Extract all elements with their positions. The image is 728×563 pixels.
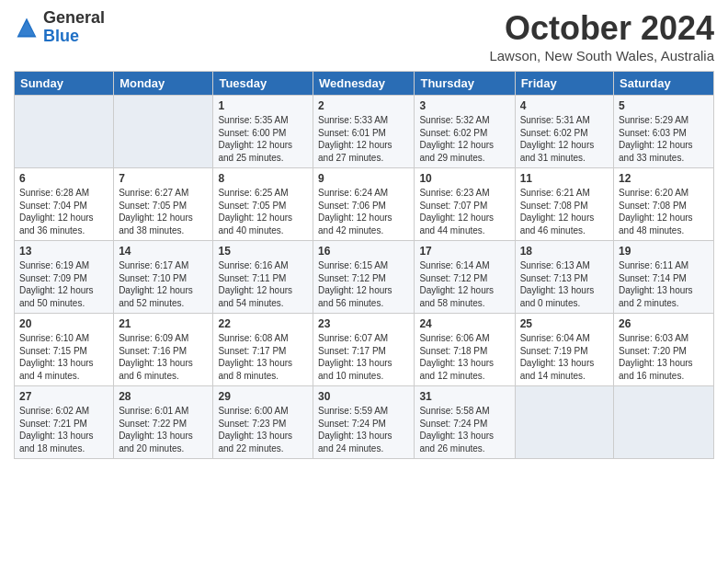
column-header-friday: Friday [515,72,613,96]
column-header-tuesday: Tuesday [213,72,313,96]
day-number: 29 [218,390,308,403]
calendar-day-cell: 28Sunrise: 6:01 AM Sunset: 7:22 PM Dayli… [114,386,213,459]
calendar-day-cell: 12Sunrise: 6:20 AM Sunset: 7:08 PM Dayli… [614,168,714,241]
day-number: 20 [19,317,108,330]
calendar-day-cell [515,386,613,459]
calendar-day-cell: 15Sunrise: 6:16 AM Sunset: 7:11 PM Dayli… [213,241,313,314]
day-info: Sunrise: 6:28 AM Sunset: 7:04 PM Dayligh… [19,187,108,236]
calendar-day-cell: 18Sunrise: 6:13 AM Sunset: 7:13 PM Dayli… [515,241,613,314]
calendar-week-row: 13Sunrise: 6:19 AM Sunset: 7:09 PM Dayli… [15,241,714,314]
calendar-week-row: 27Sunrise: 6:02 AM Sunset: 7:21 PM Dayli… [15,386,714,459]
day-number: 18 [520,245,609,258]
day-info: Sunrise: 6:24 AM Sunset: 7:06 PM Dayligh… [318,187,409,236]
day-info: Sunrise: 6:11 AM Sunset: 7:14 PM Dayligh… [619,259,709,309]
calendar-day-cell: 17Sunrise: 6:14 AM Sunset: 7:12 PM Dayli… [415,241,515,314]
column-header-sunday: Sunday [15,72,114,96]
calendar-day-cell: 1Sunrise: 5:35 AM Sunset: 6:00 PM Daylig… [213,96,313,168]
calendar-day-cell: 14Sunrise: 6:17 AM Sunset: 7:10 PM Dayli… [114,241,213,314]
day-number: 9 [318,172,409,185]
day-number: 17 [419,245,509,258]
day-number: 8 [218,172,308,185]
day-info: Sunrise: 6:07 AM Sunset: 7:17 PM Dayligh… [318,332,409,382]
calendar-day-cell: 26Sunrise: 6:03 AM Sunset: 7:20 PM Dayli… [614,314,714,386]
day-number: 21 [119,317,208,330]
day-info: Sunrise: 5:33 AM Sunset: 6:01 PM Dayligh… [318,114,409,164]
column-header-saturday: Saturday [614,72,714,96]
calendar-day-cell: 29Sunrise: 6:00 AM Sunset: 7:23 PM Dayli… [213,386,313,459]
day-number: 22 [218,317,308,330]
logo-blue-text: Blue [43,27,79,45]
day-number: 28 [119,390,208,403]
day-number: 14 [119,245,208,258]
day-info: Sunrise: 6:15 AM Sunset: 7:12 PM Dayligh… [318,259,409,309]
calendar-header-row: SundayMondayTuesdayWednesdayThursdayFrid… [15,72,714,96]
day-info: Sunrise: 6:14 AM Sunset: 7:12 PM Dayligh… [419,259,509,309]
column-header-thursday: Thursday [415,72,515,96]
day-number: 26 [619,317,709,330]
day-info: Sunrise: 6:20 AM Sunset: 7:08 PM Dayligh… [619,187,709,236]
calendar-day-cell: 10Sunrise: 6:23 AM Sunset: 7:07 PM Dayli… [415,168,515,241]
column-header-wednesday: Wednesday [313,72,415,96]
day-number: 1 [218,99,308,112]
calendar-table: SundayMondayTuesdayWednesdayThursdayFrid… [14,71,714,459]
day-number: 2 [318,99,409,112]
day-number: 19 [619,245,709,258]
day-info: Sunrise: 6:19 AM Sunset: 7:09 PM Dayligh… [19,259,108,309]
day-info: Sunrise: 6:03 AM Sunset: 7:20 PM Dayligh… [619,332,709,382]
calendar-day-cell: 9Sunrise: 6:24 AM Sunset: 7:06 PM Daylig… [313,168,415,241]
day-number: 5 [619,99,709,112]
calendar-day-cell: 13Sunrise: 6:19 AM Sunset: 7:09 PM Dayli… [15,241,114,314]
day-info: Sunrise: 6:21 AM Sunset: 7:08 PM Dayligh… [520,187,609,236]
day-info: Sunrise: 6:25 AM Sunset: 7:05 PM Dayligh… [218,187,308,236]
calendar-day-cell: 8Sunrise: 6:25 AM Sunset: 7:05 PM Daylig… [213,168,313,241]
calendar-day-cell: 11Sunrise: 6:21 AM Sunset: 7:08 PM Dayli… [515,168,613,241]
page-header: General Blue October 2024 Lawson, New So… [14,9,714,63]
calendar-day-cell [614,386,714,459]
month-title: October 2024 [489,9,714,48]
day-info: Sunrise: 5:29 AM Sunset: 6:03 PM Dayligh… [619,114,709,164]
day-number: 11 [520,172,609,185]
day-info: Sunrise: 6:00 AM Sunset: 7:23 PM Dayligh… [218,405,308,454]
day-number: 13 [19,245,108,258]
day-info: Sunrise: 6:04 AM Sunset: 7:19 PM Dayligh… [520,332,609,382]
day-info: Sunrise: 5:32 AM Sunset: 6:02 PM Dayligh… [419,114,509,164]
svg-marker-1 [18,21,35,36]
calendar-day-cell: 27Sunrise: 6:02 AM Sunset: 7:21 PM Dayli… [15,386,114,459]
day-number: 27 [19,390,108,403]
day-number: 4 [520,99,609,112]
location-title: Lawson, New South Wales, Australia [489,48,714,63]
day-info: Sunrise: 5:31 AM Sunset: 6:02 PM Dayligh… [520,114,609,164]
day-number: 6 [19,172,108,185]
day-number: 31 [419,390,509,403]
calendar-week-row: 6Sunrise: 6:28 AM Sunset: 7:04 PM Daylig… [15,168,714,241]
column-header-monday: Monday [114,72,213,96]
logo: General Blue [14,9,105,46]
calendar-day-cell: 24Sunrise: 6:06 AM Sunset: 7:18 PM Dayli… [415,314,515,386]
calendar-day-cell: 7Sunrise: 6:27 AM Sunset: 7:05 PM Daylig… [114,168,213,241]
logo-icon [14,15,40,40]
day-info: Sunrise: 5:35 AM Sunset: 6:00 PM Dayligh… [218,114,308,164]
day-number: 3 [419,99,509,112]
calendar-day-cell: 25Sunrise: 6:04 AM Sunset: 7:19 PM Dayli… [515,314,613,386]
calendar-week-row: 1Sunrise: 5:35 AM Sunset: 6:00 PM Daylig… [15,96,714,168]
day-info: Sunrise: 6:23 AM Sunset: 7:07 PM Dayligh… [419,187,509,236]
calendar-day-cell: 16Sunrise: 6:15 AM Sunset: 7:12 PM Dayli… [313,241,415,314]
day-number: 24 [419,317,509,330]
calendar-day-cell: 5Sunrise: 5:29 AM Sunset: 6:03 PM Daylig… [614,96,714,168]
day-info: Sunrise: 6:13 AM Sunset: 7:13 PM Dayligh… [520,259,609,309]
day-number: 15 [218,245,308,258]
calendar-day-cell [15,96,114,168]
day-number: 16 [318,245,409,258]
day-info: Sunrise: 6:17 AM Sunset: 7:10 PM Dayligh… [119,259,208,309]
calendar-day-cell: 6Sunrise: 6:28 AM Sunset: 7:04 PM Daylig… [15,168,114,241]
day-number: 23 [318,317,409,330]
day-number: 7 [119,172,208,185]
day-info: Sunrise: 6:02 AM Sunset: 7:21 PM Dayligh… [19,405,108,454]
day-info: Sunrise: 6:27 AM Sunset: 7:05 PM Dayligh… [119,187,208,236]
day-info: Sunrise: 6:08 AM Sunset: 7:17 PM Dayligh… [218,332,308,382]
calendar-day-cell [114,96,213,168]
day-number: 30 [318,390,409,403]
calendar-day-cell: 22Sunrise: 6:08 AM Sunset: 7:17 PM Dayli… [213,314,313,386]
title-block: October 2024 Lawson, New South Wales, Au… [489,9,714,63]
calendar-day-cell: 4Sunrise: 5:31 AM Sunset: 6:02 PM Daylig… [515,96,613,168]
